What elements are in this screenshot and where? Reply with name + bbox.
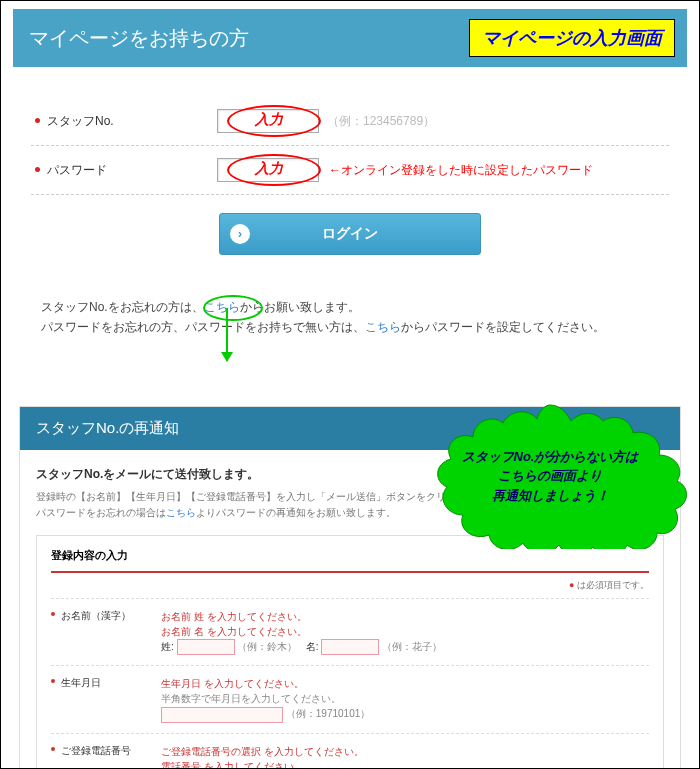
reissue-title: スタッフNo.の再通知 <box>20 407 680 450</box>
annotation-password-note: ←オンライン登録をした時に設定したパスワード <box>329 162 593 179</box>
reissue-panel: スタッフNo.の再通知 スタッフNo.をメールにて送付致します。 登録時の【お名… <box>19 406 681 769</box>
label-tel: ご登録電話番号 <box>51 744 161 770</box>
annotation-arrow-down <box>226 308 228 361</box>
row-name: お名前（漢字） お名前 姓 を入力してください。 お名前 名 を入力してください… <box>51 598 649 665</box>
chevron-right-icon: › <box>230 224 250 244</box>
row-password: パスワード 入力 ←オンライン登録をした時に設定したパスワード <box>31 146 669 195</box>
annotation-badge: マイページの入力画面 <box>469 19 675 57</box>
forgot-staff-no-link[interactable]: こちら <box>204 300 240 314</box>
row-dob: 生年月日 生年月日 を入力してください。 半角数字で年月日を入力してください。 … <box>51 665 649 732</box>
annotation-input-marker: 入力 <box>255 160 283 178</box>
dob-input[interactable] <box>161 707 283 723</box>
reissue-password-link[interactable]: こちら <box>166 507 196 518</box>
help-notes: スタッフNo.をお忘れの方は、こちらからお願い致します。 パスワードをお忘れの方… <box>41 297 659 338</box>
row-tel: ご登録電話番号 ご登録電話番号の選択 を入力してください。 電話番号 を入力して… <box>51 733 649 770</box>
reissue-sub: 登録時の【お名前】【生年月日】【ご登録電話番号】を入力し「メール送信」ボタンをク… <box>36 489 664 521</box>
label-staff-no: スタッフNo. <box>31 113 217 130</box>
staff-no-placeholder: （例：123456789） <box>327 113 435 130</box>
note-line-2: パスワードをお忘れの方、パスワードをお持ちで無い方は、こちらからパスワードを設定… <box>41 317 659 337</box>
given-name-input[interactable] <box>321 639 379 655</box>
page-header: マイページをお持ちの方 マイページの入力画面 <box>13 9 687 67</box>
page-title: マイページをお持ちの方 <box>29 25 249 52</box>
required-note: ● は必須項目です。 <box>51 573 649 598</box>
annotation-input-marker: 入力 <box>255 111 283 129</box>
surname-input[interactable] <box>177 639 235 655</box>
reissue-form-card: 登録内容の入力 ● は必須項目です。 お名前（漢字） お名前 姓 を入力してくだ… <box>36 535 664 769</box>
row-staff-no: スタッフNo. （例：123456789） 入力 <box>31 97 669 146</box>
login-form: スタッフNo. （例：123456789） 入力 パスワード 入力 ←オンライン… <box>31 97 669 255</box>
reissue-lead: スタッフNo.をメールにて送付致します。 <box>36 466 664 483</box>
login-button[interactable]: › ログイン <box>219 213 481 255</box>
label-dob: 生年月日 <box>51 676 161 722</box>
label-name: お名前（漢字） <box>51 609 161 655</box>
login-button-label: ログイン <box>322 225 378 243</box>
card-heading: 登録内容の入力 <box>51 548 649 573</box>
forgot-password-link[interactable]: こちら <box>365 320 401 334</box>
label-password: パスワード <box>31 162 217 179</box>
note-line-1: スタッフNo.をお忘れの方は、こちらからお願い致します。 <box>41 297 659 317</box>
